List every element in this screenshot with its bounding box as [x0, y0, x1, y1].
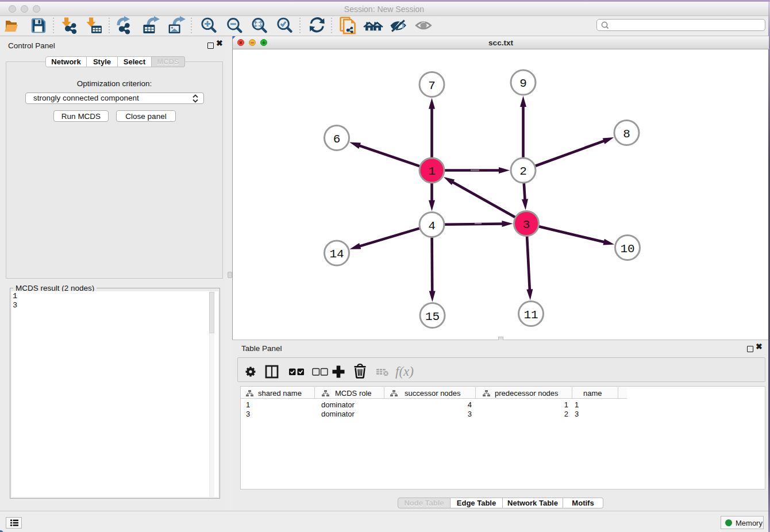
svg-text:10: 10: [620, 242, 634, 256]
svg-text:7: 7: [428, 79, 436, 92]
svg-text:11: 11: [523, 309, 538, 322]
svg-text:2: 2: [519, 165, 527, 178]
svg-text:8: 8: [623, 128, 630, 141]
svg-text:1: 1: [428, 165, 436, 178]
svg-text:15: 15: [425, 310, 440, 323]
svg-text:3: 3: [523, 218, 530, 232]
svg-text:4: 4: [428, 219, 436, 233]
svg-text:f(x): f(x): [395, 364, 414, 379]
svg-text:14: 14: [329, 248, 344, 261]
svg-text:9: 9: [519, 77, 527, 90]
svg-text:6: 6: [333, 133, 341, 146]
